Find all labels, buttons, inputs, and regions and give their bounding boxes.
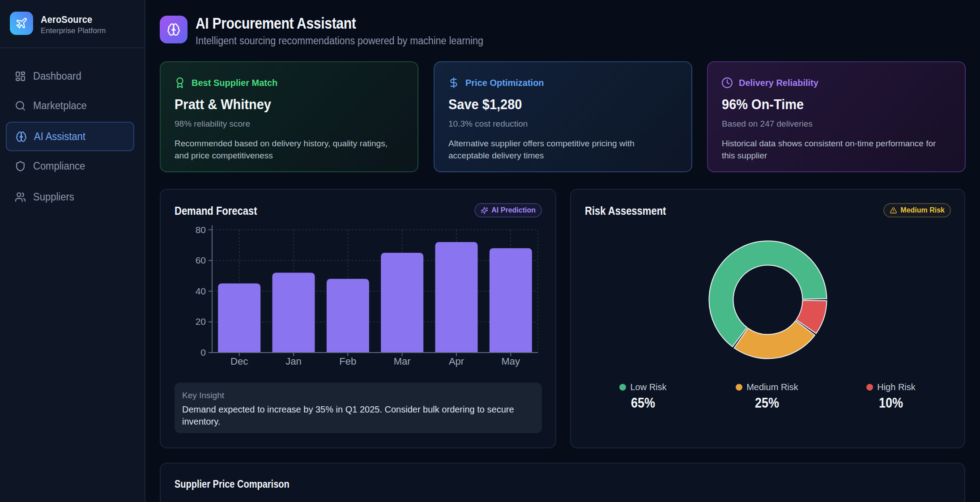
svg-text:60: 60 xyxy=(196,255,206,265)
svg-text:0: 0 xyxy=(200,347,206,357)
svg-text:Jan: Jan xyxy=(285,356,301,367)
svg-text:Feb: Feb xyxy=(339,356,356,367)
svg-text:Apr: Apr xyxy=(449,356,464,367)
svg-text:Dec: Dec xyxy=(230,356,248,367)
svg-text:40: 40 xyxy=(196,286,206,296)
svg-text:20: 20 xyxy=(196,316,206,327)
svg-text:May: May xyxy=(502,356,520,367)
svg-text:80: 80 xyxy=(196,225,206,235)
svg-text:Mar: Mar xyxy=(394,356,411,367)
